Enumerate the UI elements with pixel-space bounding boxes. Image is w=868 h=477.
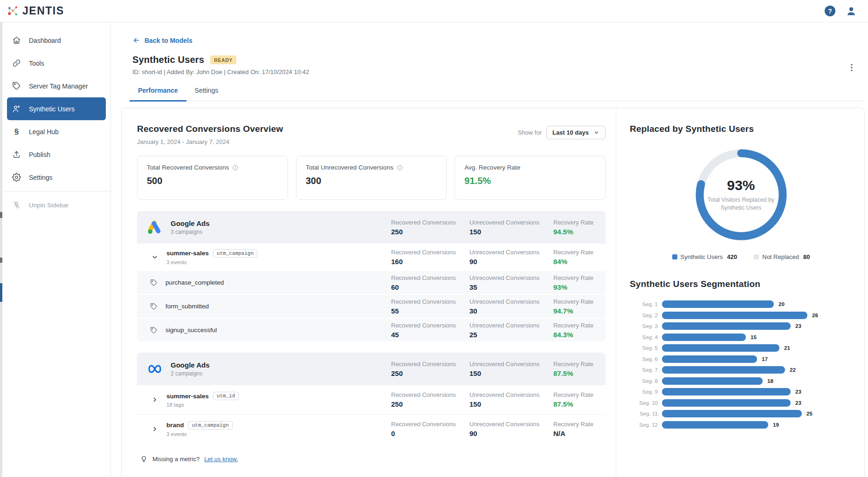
legend-item-synthetic-users: Synthetic Users420 <box>672 253 737 260</box>
content-card: Recovered Conversions Overview January 1… <box>121 108 865 477</box>
event-row-signup-successful: signup_successfulRecovered Conversions45… <box>137 318 606 341</box>
bar-row-seg-12: Seg. 1219 <box>630 421 852 429</box>
metric-label: Unrecovered Conversions <box>469 249 553 256</box>
sidebar-item-label: Tools <box>29 60 44 67</box>
bar-value: 22 <box>790 367 796 373</box>
bar-row-seg-3: Seg. 323 <box>630 322 852 330</box>
stat-label: Avg. Recovery Rate <box>464 164 520 171</box>
bar-category-label: Seg. 11 <box>630 411 658 416</box>
bar-row-seg-5: Seg. 521 <box>630 344 852 352</box>
section-title: Recovered Conversions Overview <box>137 124 283 134</box>
platform-subtitle: 3 campaigns <box>171 229 210 235</box>
info-icon[interactable] <box>397 164 403 171</box>
metric-cell: Recovered Conversions55 <box>391 298 469 315</box>
upload-icon <box>12 150 21 159</box>
sidebar-item-server-tag-manager[interactable]: Server Tag Manager <box>2 75 110 97</box>
kebab-menu-icon[interactable] <box>847 62 857 73</box>
date-range-select[interactable]: Last 10 days <box>546 126 606 139</box>
metric-cell: Recovery Rate87.5% <box>553 391 606 408</box>
sidebar-item-legal-hub[interactable]: §Legal Hub <box>2 120 110 143</box>
sidebar-item-publish[interactable]: Publish <box>2 143 110 166</box>
bar-value: 17 <box>762 356 768 362</box>
metric-label: Recovery Rate <box>553 391 606 398</box>
back-to-models-link[interactable]: Back to Models <box>132 36 193 44</box>
stat-card-avg-recovery-rate: Avg. Recovery Rate91.5% <box>455 156 606 200</box>
legend-value: 80 <box>803 253 810 260</box>
metric-value: 35 <box>469 283 553 291</box>
sidebar-item-label: Synthetic Users <box>29 105 75 113</box>
metric-cell: Recovery Rate84% <box>553 249 606 266</box>
tab-settings[interactable]: Settings <box>186 87 227 102</box>
metric-cell: Recovery Rate93% <box>553 274 606 291</box>
legend-swatch <box>754 254 759 259</box>
chevron-down-icon[interactable] <box>151 253 158 261</box>
legend-label: Synthetic Users <box>681 253 723 260</box>
metric-cell: Unrecovered Conversions150 <box>469 391 553 408</box>
stat-card-total-recovered-conversions: Total Recovered Conversions500 <box>137 156 288 200</box>
topbar: JENTIS ? <box>0 0 868 22</box>
donut-legend: Synthetic Users420Not Replaced80 <box>630 253 852 260</box>
right-panel: Replaced by Synthetic Users 93% Total Vi… <box>616 108 864 477</box>
sidebar-item-tools[interactable]: Tools <box>2 52 110 75</box>
stat-label: Total Recovered Conversions <box>147 164 229 171</box>
sidebar-item-dashboard[interactable]: Dashboard <box>2 29 110 52</box>
unpin-sidebar-button[interactable]: Unpin Sidebar <box>2 194 110 217</box>
metric-value: 84.3% <box>553 331 606 339</box>
campaign-row-summer-sales[interactable]: summer-salesutm_id18 tagsRecovered Conve… <box>137 385 606 414</box>
page-title: Synthetic Users <box>132 55 204 65</box>
metric-cell: Unrecovered Conversions150 <box>469 219 553 236</box>
link-icon <box>12 59 21 68</box>
let-us-know-link[interactable]: Let us know. <box>204 456 238 463</box>
sidebar-item-settings[interactable]: Settings <box>2 166 110 189</box>
metric-label: Recovered Conversions <box>391 298 469 305</box>
metric-cell: Unrecovered Conversions25 <box>469 322 553 339</box>
bar-category-label: Seg. 2 <box>630 313 658 318</box>
metric-value: 250 <box>391 228 469 236</box>
segment-bar <box>662 366 785 374</box>
campaign-subtitle: 3 events <box>166 431 233 437</box>
bar-row-seg-9: Seg. 923 <box>630 388 852 395</box>
metric-value: 84% <box>553 258 606 266</box>
bar-value: 23 <box>795 323 801 329</box>
sidebar-item-label: Settings <box>29 174 53 181</box>
platform-name: Google Ads <box>171 219 210 227</box>
segment-bar <box>662 322 791 330</box>
sidebar-item-label: Legal Hub <box>29 128 59 136</box>
metric-cell: Unrecovered Conversions90 <box>469 421 553 437</box>
metric-value: 160 <box>391 258 469 266</box>
event-name: form_submitted <box>165 303 209 310</box>
metric-cell: Unrecovered Conversions35 <box>469 274 553 291</box>
bar-category-label: Seg. 8 <box>630 378 658 384</box>
tag-icon <box>150 279 158 286</box>
metric-value: 90 <box>469 258 553 266</box>
sidebar-divider <box>2 191 110 191</box>
user-avatar-icon[interactable] <box>846 6 857 17</box>
jentis-molecule-icon <box>7 5 19 17</box>
campaign-row-summer-sales[interactable]: summer-salesutm_campaign3 eventsRecovere… <box>137 244 606 270</box>
bar-value: 19 <box>773 422 779 428</box>
metric-label: Recovered Conversions <box>391 274 469 281</box>
info-icon[interactable] <box>232 164 239 171</box>
campaign-subtitle: 3 events <box>166 259 257 265</box>
help-icon[interactable]: ? <box>825 6 835 16</box>
campaign-name: summer-sales <box>166 250 209 257</box>
metric-label: Unrecovered Conversions <box>469 274 553 281</box>
metric-cell: Unrecovered Conversions150 <box>469 361 553 377</box>
metric-value: N/A <box>553 429 606 437</box>
campaign-subtitle: 18 tags <box>166 402 239 408</box>
platform-name: Google Ads <box>171 361 210 369</box>
chevron-right-icon[interactable] <box>151 396 158 403</box>
bar-category-label: Seg. 3 <box>630 323 658 329</box>
segment-bar <box>662 399 791 407</box>
sidebar-item-synthetic-users[interactable]: Synthetic Users <box>7 97 106 120</box>
bar-row-seg-4: Seg. 415 <box>630 334 852 341</box>
lightbulb-icon <box>140 455 148 463</box>
bar-category-label: Seg. 9 <box>630 389 658 395</box>
campaign-row-brand[interactable]: brandutm_campaign3 eventsRecovered Conve… <box>137 414 606 443</box>
bar-value: 26 <box>812 313 818 318</box>
tab-performance[interactable]: Performance <box>130 87 186 102</box>
metric-value: 87.5% <box>553 400 606 408</box>
meta-logo-icon <box>147 361 163 377</box>
chevron-right-icon[interactable] <box>151 425 158 433</box>
segment-bar <box>662 334 746 341</box>
